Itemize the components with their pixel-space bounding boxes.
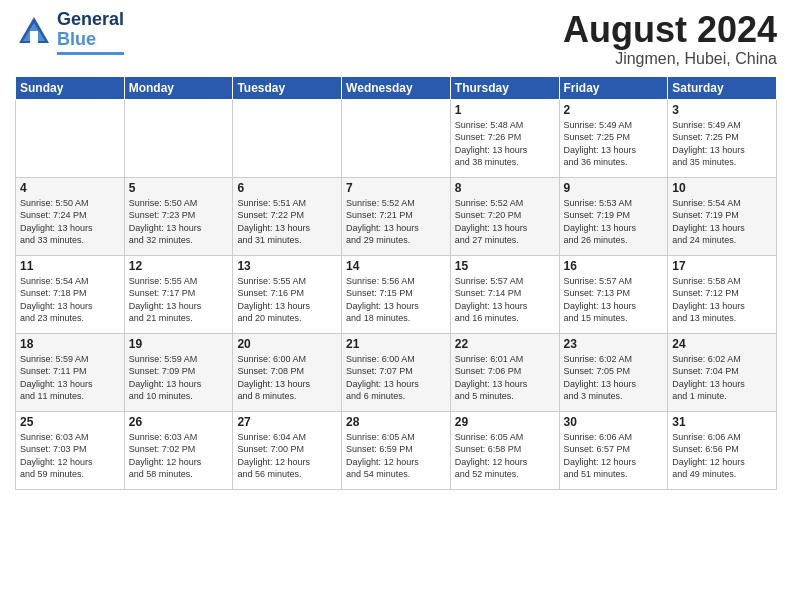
day-number: 2 [564, 103, 664, 117]
day-info: Sunrise: 6:05 AM Sunset: 6:59 PM Dayligh… [346, 431, 446, 481]
calendar-cell: 18Sunrise: 5:59 AM Sunset: 7:11 PM Dayli… [16, 333, 125, 411]
calendar-cell: 14Sunrise: 5:56 AM Sunset: 7:15 PM Dayli… [342, 255, 451, 333]
location: Jingmen, Hubei, China [563, 50, 777, 68]
day-info: Sunrise: 6:00 AM Sunset: 7:08 PM Dayligh… [237, 353, 337, 403]
day-number: 18 [20, 337, 120, 351]
day-info: Sunrise: 5:51 AM Sunset: 7:22 PM Dayligh… [237, 197, 337, 247]
header-saturday: Saturday [668, 76, 777, 99]
day-number: 27 [237, 415, 337, 429]
header-thursday: Thursday [450, 76, 559, 99]
day-info: Sunrise: 6:04 AM Sunset: 7:00 PM Dayligh… [237, 431, 337, 481]
calendar-cell: 13Sunrise: 5:55 AM Sunset: 7:16 PM Dayli… [233, 255, 342, 333]
day-info: Sunrise: 6:02 AM Sunset: 7:04 PM Dayligh… [672, 353, 772, 403]
calendar-cell: 11Sunrise: 5:54 AM Sunset: 7:18 PM Dayli… [16, 255, 125, 333]
day-number: 25 [20, 415, 120, 429]
logo-underline [57, 52, 124, 55]
calendar-cell [233, 99, 342, 177]
day-info: Sunrise: 5:49 AM Sunset: 7:25 PM Dayligh… [564, 119, 664, 169]
title-block: August 2024 Jingmen, Hubei, China [563, 10, 777, 68]
calendar-cell: 8Sunrise: 5:52 AM Sunset: 7:20 PM Daylig… [450, 177, 559, 255]
calendar-cell: 23Sunrise: 6:02 AM Sunset: 7:05 PM Dayli… [559, 333, 668, 411]
day-info: Sunrise: 5:59 AM Sunset: 7:09 PM Dayligh… [129, 353, 229, 403]
day-number: 1 [455, 103, 555, 117]
logo-icon [15, 13, 53, 51]
day-number: 29 [455, 415, 555, 429]
calendar-cell: 21Sunrise: 6:00 AM Sunset: 7:07 PM Dayli… [342, 333, 451, 411]
day-number: 28 [346, 415, 446, 429]
calendar-cell: 30Sunrise: 6:06 AM Sunset: 6:57 PM Dayli… [559, 411, 668, 489]
calendar-cell: 17Sunrise: 5:58 AM Sunset: 7:12 PM Dayli… [668, 255, 777, 333]
calendar-cell: 27Sunrise: 6:04 AM Sunset: 7:00 PM Dayli… [233, 411, 342, 489]
day-number: 10 [672, 181, 772, 195]
calendar-cell: 10Sunrise: 5:54 AM Sunset: 7:19 PM Dayli… [668, 177, 777, 255]
day-number: 30 [564, 415, 664, 429]
day-number: 11 [20, 259, 120, 273]
day-info: Sunrise: 5:57 AM Sunset: 7:14 PM Dayligh… [455, 275, 555, 325]
day-number: 12 [129, 259, 229, 273]
day-info: Sunrise: 5:56 AM Sunset: 7:15 PM Dayligh… [346, 275, 446, 325]
day-info: Sunrise: 5:49 AM Sunset: 7:25 PM Dayligh… [672, 119, 772, 169]
day-number: 16 [564, 259, 664, 273]
calendar-cell [124, 99, 233, 177]
calendar-cell: 3Sunrise: 5:49 AM Sunset: 7:25 PM Daylig… [668, 99, 777, 177]
calendar-week-1: 1Sunrise: 5:48 AM Sunset: 7:26 PM Daylig… [16, 99, 777, 177]
calendar-cell [16, 99, 125, 177]
day-number: 15 [455, 259, 555, 273]
calendar-cell: 6Sunrise: 5:51 AM Sunset: 7:22 PM Daylig… [233, 177, 342, 255]
logo-text-blue: Blue [57, 29, 96, 49]
day-number: 26 [129, 415, 229, 429]
calendar-cell [342, 99, 451, 177]
calendar-cell: 19Sunrise: 5:59 AM Sunset: 7:09 PM Dayli… [124, 333, 233, 411]
svg-rect-2 [30, 31, 38, 43]
day-info: Sunrise: 5:55 AM Sunset: 7:16 PM Dayligh… [237, 275, 337, 325]
calendar-week-3: 11Sunrise: 5:54 AM Sunset: 7:18 PM Dayli… [16, 255, 777, 333]
day-number: 31 [672, 415, 772, 429]
day-info: Sunrise: 5:50 AM Sunset: 7:24 PM Dayligh… [20, 197, 120, 247]
logo-text-general: General [57, 9, 124, 29]
calendar-table: Sunday Monday Tuesday Wednesday Thursday… [15, 76, 777, 490]
day-info: Sunrise: 5:52 AM Sunset: 7:20 PM Dayligh… [455, 197, 555, 247]
day-number: 5 [129, 181, 229, 195]
calendar-body: 1Sunrise: 5:48 AM Sunset: 7:26 PM Daylig… [16, 99, 777, 489]
calendar-cell: 26Sunrise: 6:03 AM Sunset: 7:02 PM Dayli… [124, 411, 233, 489]
calendar-cell: 4Sunrise: 5:50 AM Sunset: 7:24 PM Daylig… [16, 177, 125, 255]
calendar-cell: 16Sunrise: 5:57 AM Sunset: 7:13 PM Dayli… [559, 255, 668, 333]
day-info: Sunrise: 6:01 AM Sunset: 7:06 PM Dayligh… [455, 353, 555, 403]
calendar-cell: 25Sunrise: 6:03 AM Sunset: 7:03 PM Dayli… [16, 411, 125, 489]
page: General Blue August 2024 Jingmen, Hubei,… [0, 0, 792, 612]
calendar-cell: 1Sunrise: 5:48 AM Sunset: 7:26 PM Daylig… [450, 99, 559, 177]
day-number: 14 [346, 259, 446, 273]
day-info: Sunrise: 5:50 AM Sunset: 7:23 PM Dayligh… [129, 197, 229, 247]
day-number: 3 [672, 103, 772, 117]
day-info: Sunrise: 6:00 AM Sunset: 7:07 PM Dayligh… [346, 353, 446, 403]
day-info: Sunrise: 6:03 AM Sunset: 7:03 PM Dayligh… [20, 431, 120, 481]
day-info: Sunrise: 5:55 AM Sunset: 7:17 PM Dayligh… [129, 275, 229, 325]
day-info: Sunrise: 6:02 AM Sunset: 7:05 PM Dayligh… [564, 353, 664, 403]
calendar-cell: 22Sunrise: 6:01 AM Sunset: 7:06 PM Dayli… [450, 333, 559, 411]
calendar-cell: 9Sunrise: 5:53 AM Sunset: 7:19 PM Daylig… [559, 177, 668, 255]
calendar-week-4: 18Sunrise: 5:59 AM Sunset: 7:11 PM Dayli… [16, 333, 777, 411]
day-number: 6 [237, 181, 337, 195]
calendar-cell: 31Sunrise: 6:06 AM Sunset: 6:56 PM Dayli… [668, 411, 777, 489]
day-number: 20 [237, 337, 337, 351]
day-number: 21 [346, 337, 446, 351]
day-number: 13 [237, 259, 337, 273]
header-wednesday: Wednesday [342, 76, 451, 99]
day-info: Sunrise: 5:53 AM Sunset: 7:19 PM Dayligh… [564, 197, 664, 247]
day-number: 7 [346, 181, 446, 195]
day-info: Sunrise: 5:59 AM Sunset: 7:11 PM Dayligh… [20, 353, 120, 403]
header-monday: Monday [124, 76, 233, 99]
calendar-cell: 5Sunrise: 5:50 AM Sunset: 7:23 PM Daylig… [124, 177, 233, 255]
calendar-cell: 29Sunrise: 6:05 AM Sunset: 6:58 PM Dayli… [450, 411, 559, 489]
weekday-header-row: Sunday Monday Tuesday Wednesday Thursday… [16, 76, 777, 99]
day-number: 23 [564, 337, 664, 351]
day-number: 9 [564, 181, 664, 195]
calendar-cell: 2Sunrise: 5:49 AM Sunset: 7:25 PM Daylig… [559, 99, 668, 177]
logo: General Blue [15, 10, 124, 55]
day-info: Sunrise: 5:48 AM Sunset: 7:26 PM Dayligh… [455, 119, 555, 169]
day-info: Sunrise: 5:52 AM Sunset: 7:21 PM Dayligh… [346, 197, 446, 247]
calendar-cell: 28Sunrise: 6:05 AM Sunset: 6:59 PM Dayli… [342, 411, 451, 489]
day-info: Sunrise: 5:54 AM Sunset: 7:18 PM Dayligh… [20, 275, 120, 325]
day-info: Sunrise: 5:58 AM Sunset: 7:12 PM Dayligh… [672, 275, 772, 325]
calendar-week-2: 4Sunrise: 5:50 AM Sunset: 7:24 PM Daylig… [16, 177, 777, 255]
